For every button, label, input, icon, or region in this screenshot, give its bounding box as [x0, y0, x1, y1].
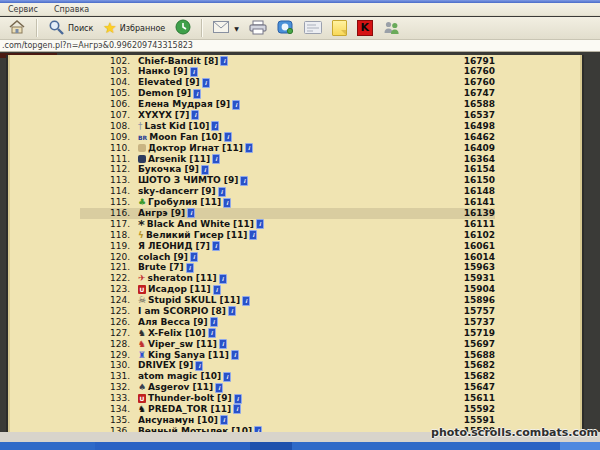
player-level: [10]: [201, 132, 222, 143]
player-name: I am SCORPIO: [138, 306, 208, 317]
info-icon[interactable]: i: [191, 110, 199, 120]
info-icon[interactable]: i: [186, 263, 194, 273]
info-icon[interactable]: i: [190, 67, 198, 77]
history-button[interactable]: [173, 18, 193, 39]
info-icon[interactable]: i: [245, 143, 253, 153]
mail-button[interactable]: ▼: [211, 18, 241, 39]
player-name: X-Felix: [148, 328, 182, 339]
player-level: [9]: [177, 88, 192, 99]
table-row: 132.♠Asgerov[11]i15647: [80, 382, 495, 393]
menu-item-help[interactable]: Справка: [54, 5, 89, 14]
info-icon[interactable]: i: [232, 100, 240, 110]
note-icon: [332, 20, 347, 36]
table-row: 128.♞Viper_sw[11]i15697: [80, 339, 495, 350]
notes-button[interactable]: [330, 18, 349, 39]
player-cell: UИсадор[11]i: [138, 284, 425, 295]
search-button[interactable]: Поиск: [46, 18, 95, 39]
info-icon[interactable]: i: [256, 219, 264, 229]
player-score: 15737: [425, 317, 495, 328]
info-icon[interactable]: i: [234, 394, 242, 404]
info-icon[interactable]: i: [249, 230, 257, 240]
info-icon[interactable]: i: [228, 306, 236, 316]
table-row: 102.Chief-Bandit[8]i16791: [80, 56, 495, 67]
table-row: 109.BRMoon Fan[10]i16462: [80, 132, 495, 143]
player-cell: *Black And White[11]i: [138, 219, 425, 230]
player-cell: XYXYX[7]i: [138, 110, 425, 121]
plane-icon: ✈: [138, 274, 146, 283]
player-cell: ϟВеликий Гисер[11]i: [138, 230, 425, 241]
info-icon[interactable]: i: [210, 317, 218, 327]
player-score: 16588: [425, 99, 495, 110]
info-icon[interactable]: i: [220, 415, 228, 425]
player-score: 16364: [425, 154, 495, 165]
info-icon[interactable]: i: [224, 132, 232, 142]
rank-number: 132.: [80, 382, 130, 393]
info-icon[interactable]: i: [219, 339, 227, 349]
info-icon[interactable]: i: [213, 285, 221, 295]
contacts-button[interactable]: [381, 18, 402, 39]
info-icon[interactable]: i: [242, 296, 250, 306]
messenger-button[interactable]: [275, 18, 296, 39]
menu-item-service[interactable]: Сервис: [8, 5, 38, 14]
info-icon[interactable]: i: [220, 56, 228, 66]
taskbar-button[interactable]: [95, 442, 250, 450]
taskbar-button[interactable]: [292, 442, 490, 450]
player-name: Black And White: [147, 219, 230, 230]
info-icon[interactable]: i: [195, 361, 203, 371]
search-icon: [48, 19, 65, 38]
info-icon[interactable]: i: [212, 241, 220, 251]
br-icon: BR: [138, 133, 147, 142]
taskbar-button[interactable]: [490, 442, 560, 450]
info-icon[interactable]: i: [231, 350, 239, 360]
info-icon[interactable]: i: [202, 78, 210, 88]
info-icon[interactable]: i: [208, 328, 216, 338]
print-button[interactable]: [247, 18, 269, 39]
home-button[interactable]: [6, 18, 28, 39]
player-name: Viper_sw: [148, 339, 193, 350]
player-cell: Елена Мудрая[9]i: [138, 99, 425, 110]
taskbar-button[interactable]: [250, 442, 292, 450]
info-icon[interactable]: i: [193, 89, 201, 99]
table-row: 133.UThunder-bolt[9]i15611: [80, 393, 495, 404]
info-icon[interactable]: i: [223, 372, 231, 382]
player-score: 16747: [425, 88, 495, 99]
info-icon[interactable]: i: [187, 208, 195, 218]
info-icon[interactable]: i: [201, 165, 209, 175]
player-score: 16760: [425, 77, 495, 88]
rank-number: 131.: [80, 371, 130, 382]
info-icon[interactable]: i: [233, 404, 241, 414]
sword-icon: †: [138, 122, 143, 131]
rank-number: 118.: [80, 230, 130, 241]
info-icon[interactable]: i: [190, 252, 198, 262]
favorites-star-icon: ★: [103, 21, 116, 36]
player-cell: Я ЛЕОНИД[7]i: [138, 241, 425, 252]
table-row: 107.XYXYX[7]i16537: [80, 110, 495, 121]
favorites-button[interactable]: ★ Избранное: [101, 18, 167, 39]
table-row: 110.Доктор Игнат[11]i16409: [80, 143, 495, 154]
player-name: Исадор: [148, 284, 187, 295]
kaspersky-button[interactable]: K: [355, 18, 375, 39]
info-icon[interactable]: i: [223, 198, 231, 208]
player-level: [10]: [185, 328, 206, 339]
edit-button[interactable]: [302, 18, 324, 39]
info-icon[interactable]: i: [211, 121, 219, 131]
info-icon[interactable]: i: [240, 176, 248, 186]
skull-icon: ☠: [138, 296, 146, 305]
rank-number: 126.: [80, 317, 130, 328]
eagle-icon: ♞: [138, 405, 146, 414]
info-icon[interactable]: i: [215, 383, 223, 393]
player-cell: sky-dancerr[9]i: [138, 186, 425, 197]
address-bar[interactable]: .com/topgen.pl?n=Ангрэ&0.996209743315823: [0, 40, 600, 52]
info-icon[interactable]: i: [219, 274, 227, 284]
info-icon[interactable]: i: [218, 187, 226, 197]
info-icon[interactable]: i: [212, 154, 220, 164]
rank-number: 113.: [80, 175, 130, 186]
taskbar-button[interactable]: [560, 442, 600, 450]
table-row: 103.Нанко[9]i16760: [80, 66, 495, 77]
player-name: Moon Fan: [149, 132, 198, 143]
player-cell: Нанко[9]i: [138, 66, 425, 77]
player-cell: Ангрэ[9]i: [138, 208, 425, 219]
taskbar-button[interactable]: [0, 442, 95, 450]
player-level: [11]: [189, 154, 210, 165]
player-score: 16148: [425, 186, 495, 197]
